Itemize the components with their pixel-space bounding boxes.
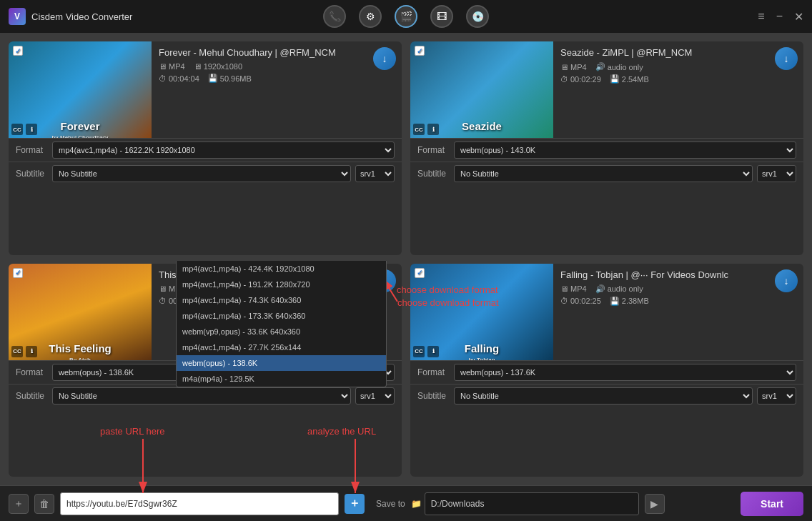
format-label-thisfeeling: Format [16,367,48,377]
duration-meta: ⏱00:04:04 [159,74,199,83]
audio-meta-falling: 🔊audio only [595,284,643,294]
start-btn[interactable]: Start [741,492,803,516]
subtitle-label: Subtitle [16,169,48,179]
video-card-falling: Falling by Tobjan CC ℹ Falling - Tobjan … [410,264,803,477]
format-row-falling: Format webm(opus) - 137.6K [410,360,803,384]
subtitle-select-falling[interactable]: No Subtitle [454,387,753,405]
video-info-forever: Forever - Mehul Choudhary | @RFM_NCM 🖥MP… [152,41,402,138]
minimize-icon[interactable]: − [776,10,783,24]
phone-icon-btn[interactable]: 📞 [323,5,346,28]
disc-icon-btn[interactable]: 💿 [466,5,489,28]
thumb-icons-bottom-thisfeeling: CC ℹ [11,346,37,357]
video-meta2-falling: ⏱00:02:25 💾2.38MB [560,297,796,306]
checkbox-forever[interactable] [13,46,23,56]
srv-select-seazide[interactable]: srv1 [757,165,796,182]
format-meta-falling: 🖥MP4 [560,284,587,294]
dropdown-option-6[interactable]: webm(opus) - 138.6K [177,355,386,371]
subtitle-row-seazide: Subtitle No Subtitle srv1 [410,162,803,185]
format-dropdown-thisfeeling[interactable]: mp4(avc1,mp4a) - 424.4K 1920x1080 mp4(av… [176,261,387,387]
subtitle-label-seazide: Subtitle [417,169,450,179]
add-btn[interactable]: ＋ [9,494,29,514]
download-btn-forever[interactable]: ↓ [373,47,396,70]
subtitle-select-forever[interactable]: No Subtitle [52,165,351,182]
app-title: Cisdem Video Converter [31,11,132,22]
size-meta-seazide: 💾2.54MB [610,74,649,84]
format-select-seazide[interactable]: webm(opus) - 143.0K [454,142,796,159]
folder-browse-btn[interactable]: ▶ [645,494,665,514]
subtitle-row-forever: Subtitle No Subtitle srv1 [9,162,402,185]
titlebar-icons: 📞 ⚙ 🎬 🎞 💿 [323,5,489,28]
menu-icon[interactable]: ≡ [758,10,764,24]
subtitle-row-falling: Subtitle No Subtitle srv1 [410,384,803,407]
srv-select-thisfeeling[interactable]: srv1 [355,387,395,405]
video-title-forever: Forever - Mehul Choudhary | @RFM_NCM [159,47,359,58]
thumb-icons-bottom-falling: CC ℹ [413,346,439,357]
format-row-seazide: Format webm(opus) - 143.0K [410,138,803,162]
dropdown-option-2[interactable]: mp4(avc1,mp4a) - 74.3K 640x360 [177,292,386,308]
info-icon: ℹ [26,124,37,135]
settings-icon-btn[interactable]: ⚙ [359,5,382,28]
dropdown-option-7[interactable]: m4a(mp4a) - 129.5K [177,371,386,387]
format-row-forever: Format mp4(avc1,mp4a) - 1622.2K 1920x108… [9,138,402,162]
subtitle-label-thisfeeling: Subtitle [16,391,48,401]
video-meta-forever: 🖥MP4 🖥1920x1080 [159,62,395,71]
format-select-forever[interactable]: mp4(avc1,mp4a) - 1622.2K 1920x1080 [52,142,395,159]
dropdown-option-0[interactable]: mp4(avc1,mp4a) - 424.4K 1920x1080 [177,261,386,277]
checkbox-seazide[interactable] [415,46,425,56]
reel-icon-btn[interactable]: 🎞 [430,5,453,28]
caption-icon: CC [11,124,23,135]
format-label-falling: Format [417,367,450,377]
duration-meta-falling: ⏱00:02:25 [560,297,601,306]
format-label-seazide: Format [417,145,450,155]
delete-btn[interactable]: 🗑 [34,494,54,514]
window-controls: ≡ − ✕ [758,10,803,24]
thumb-seazide: Seazide CC ℹ [410,41,553,138]
format-label: Format [16,145,48,155]
info-icon-falling: ℹ [427,346,439,357]
dropdown-option-4[interactable]: webm(vp9,opus) - 33.6K 640x360 [177,324,386,339]
video-title-seazide: Seazide - ZiMPL | @RFM_NCM [560,47,761,58]
dropdown-option-5[interactable]: mp4(avc1,mp4a) - 27.7K 256x144 [177,339,386,355]
duration-meta-seazide: ⏱00:02:29 [560,74,601,84]
resolution-meta: 🖥1920x1080 [194,62,242,71]
caption-icon-thisfeeling: CC [11,346,23,357]
titlebar: V Cisdem Video Converter 📞 ⚙ 🎬 🎞 💿 ≡ − ✕ [0,0,812,33]
save-path-input[interactable] [425,492,639,515]
caption-icon-falling: CC [413,346,425,357]
video-card-forever: Forever by Mehul Choudhary CC ℹ Forever … [9,41,402,255]
info-icon-seazide: ℹ [427,124,439,135]
video-meta2-forever: ⏱00:04:04 💾50.96MB [159,74,395,83]
close-icon[interactable]: ✕ [794,10,803,24]
download-btn-seazide[interactable]: ↓ [775,47,798,70]
subtitle-select-thisfeeling[interactable]: No Subtitle [52,387,351,405]
srv-select-forever[interactable]: srv1 [355,165,395,182]
analyze-btn[interactable]: ＋ [345,494,365,514]
url-input[interactable] [60,492,339,515]
save-to-label: Save to [376,499,405,509]
thumb-falling: Falling by Tobjan CC ℹ [410,264,553,360]
size-meta-falling: 💾2.38MB [610,297,649,306]
dropdown-option-1[interactable]: mp4(avc1,mp4a) - 191.2K 1280x720 [177,277,386,292]
thumb-icons-bottom-forever: CC ℹ [11,124,37,135]
checkbox-thisfeeling[interactable] [13,268,23,278]
thumb-forever: Forever by Mehul Choudhary CC ℹ [9,41,152,138]
checkbox-falling[interactable] [415,268,425,278]
video-meta2-seazide: ⏱00:02:29 💾2.54MB [560,74,796,84]
film-icon-btn[interactable]: 🎬 [395,5,417,28]
main-content: Forever by Mehul Choudhary CC ℹ Forever … [0,33,812,485]
format-meta-seazide: 🖥MP4 [560,62,587,71]
video-info-seazide: Seazide - ZiMPL | @RFM_NCM 🖥MP4 🔊audio o… [553,41,803,138]
format-select-falling[interactable]: webm(opus) - 137.6K [454,364,796,381]
download-btn-falling[interactable]: ↓ [775,269,798,292]
video-meta-seazide: 🖥MP4 🔊audio only [560,62,796,71]
dropdown-option-3[interactable]: mp4(avc1,mp4a) - 173.3K 640x360 [177,308,386,324]
info-icon-thisfeeling: ℹ [26,346,37,357]
subtitle-label-falling: Subtitle [417,391,450,401]
audio-meta-seazide: 🔊audio only [595,62,643,71]
thumb-icons-bottom-seazide: CC ℹ [413,124,439,135]
size-meta: 💾50.96MB [208,74,252,83]
video-meta-falling: 🖥MP4 🔊audio only [560,284,796,294]
srv-select-falling[interactable]: srv1 [757,387,796,405]
subtitle-select-seazide[interactable]: No Subtitle [454,165,753,182]
video-card-seazide: Seazide CC ℹ Seazide - ZiMPL | @RFM_NCM … [410,41,803,255]
